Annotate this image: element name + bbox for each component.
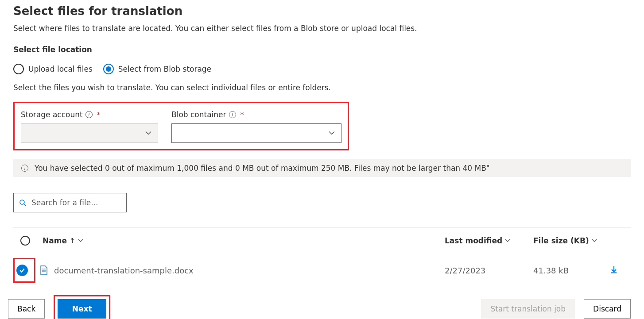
checkbox-checked-icon[interactable] bbox=[16, 265, 28, 276]
file-name: document-translation-sample.docx bbox=[54, 266, 445, 275]
sub-description: Select the files you wish to translate. … bbox=[13, 83, 631, 92]
label-text: Blob container bbox=[171, 110, 226, 119]
footer: Back Next Start translation job Discard bbox=[8, 295, 631, 319]
select-all-column[interactable] bbox=[20, 236, 43, 246]
radio-label: Upload local files bbox=[28, 65, 93, 73]
next-button-highlight: Next bbox=[54, 295, 110, 319]
blob-container-label: Blob container i * bbox=[171, 110, 341, 119]
start-translation-button: Start translation job bbox=[481, 299, 575, 319]
table-row[interactable]: document-translation-sample.docx 2/27/20… bbox=[13, 253, 631, 288]
file-size: 41.38 kB bbox=[533, 266, 569, 275]
section-label: Select file location bbox=[13, 45, 631, 54]
radio-icon bbox=[103, 64, 114, 74]
required-star: * bbox=[241, 111, 244, 119]
chevron-down-icon bbox=[78, 238, 83, 243]
radio-icon bbox=[13, 64, 24, 74]
column-label: File size (KB) bbox=[533, 236, 589, 245]
search-input[interactable] bbox=[31, 198, 121, 208]
back-button[interactable]: Back bbox=[8, 299, 45, 319]
svg-line-1 bbox=[24, 204, 26, 206]
chevron-down-icon bbox=[505, 238, 510, 243]
row-check-highlight bbox=[13, 258, 35, 283]
table-header: Name ↑ Last modified File size (KB) bbox=[13, 227, 631, 253]
info-icon: i bbox=[21, 165, 28, 172]
info-icon[interactable]: i bbox=[229, 111, 236, 118]
radio-blob-storage[interactable]: Select from Blob storage bbox=[103, 64, 211, 74]
column-label: Last modified bbox=[445, 236, 502, 245]
radio-upload-local[interactable]: Upload local files bbox=[13, 64, 93, 74]
column-label: Name bbox=[43, 236, 67, 245]
info-icon[interactable]: i bbox=[85, 111, 93, 118]
file-modified: 2/27/2023 bbox=[445, 266, 533, 275]
download-icon[interactable] bbox=[609, 265, 618, 276]
required-star: * bbox=[97, 111, 101, 119]
storage-account-field: Storage account i * bbox=[21, 110, 158, 143]
file-icon bbox=[40, 265, 48, 275]
column-last-modified[interactable]: Last modified bbox=[445, 236, 533, 245]
radio-label: Select from Blob storage bbox=[118, 65, 211, 73]
chevron-down-icon bbox=[329, 130, 335, 136]
page-title: Select files for translation bbox=[13, 4, 631, 18]
chevron-down-icon bbox=[592, 238, 597, 243]
search-box[interactable] bbox=[13, 193, 127, 212]
page-description: Select where files to translate are loca… bbox=[13, 24, 631, 33]
blob-container-dropdown[interactable] bbox=[171, 123, 341, 143]
next-button[interactable]: Next bbox=[58, 299, 106, 319]
storage-fields-highlight: Storage account i * Blob container i * bbox=[13, 102, 349, 150]
label-text: Storage account bbox=[21, 110, 83, 119]
info-bar: i You have selected 0 out of maximum 1,0… bbox=[13, 159, 631, 177]
select-all-circle-icon bbox=[20, 236, 30, 246]
radio-group-location: Upload local files Select from Blob stor… bbox=[13, 64, 631, 74]
chevron-down-icon bbox=[145, 130, 151, 136]
blob-container-field: Blob container i * bbox=[171, 110, 341, 143]
svg-point-0 bbox=[20, 200, 24, 204]
search-icon bbox=[19, 199, 26, 207]
storage-account-dropdown[interactable] bbox=[21, 123, 158, 143]
info-bar-text: You have selected 0 out of maximum 1,000… bbox=[35, 164, 490, 173]
sort-arrow-up-icon: ↑ bbox=[70, 237, 75, 245]
column-name[interactable]: Name ↑ bbox=[43, 236, 445, 245]
column-file-size[interactable]: File size (KB) bbox=[533, 236, 631, 245]
storage-account-label: Storage account i * bbox=[21, 110, 158, 119]
discard-button[interactable]: Discard bbox=[584, 299, 631, 319]
